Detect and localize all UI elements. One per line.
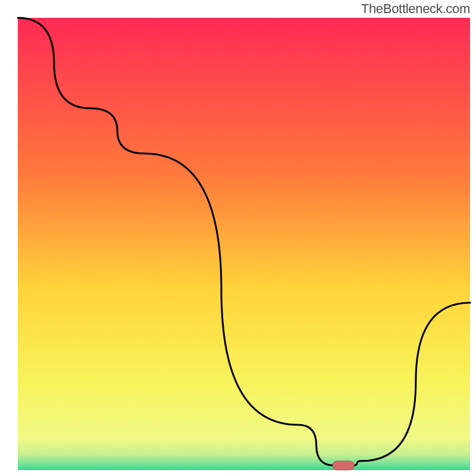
watermark-text: TheBottleneck.com xyxy=(361,1,470,17)
plot-background xyxy=(18,18,470,470)
chart-container: TheBottleneck.com xyxy=(0,0,476,476)
optimum-marker xyxy=(333,461,354,470)
bottleneck-chart xyxy=(0,0,476,476)
